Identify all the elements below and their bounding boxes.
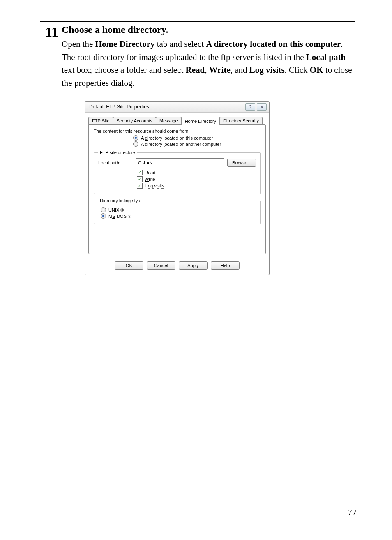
tab-message[interactable]: Message xyxy=(156,117,182,125)
close-icon[interactable]: ✕ xyxy=(257,103,267,111)
checkbox-read[interactable] xyxy=(137,170,143,175)
dialog-title: Default FTP Site Properties xyxy=(89,104,149,110)
group-ftp-site-directory-legend: FTP site directory xyxy=(98,150,137,155)
radio-another-computer-label: A directory located on another computer xyxy=(141,142,221,147)
cancel-button[interactable]: Cancel xyxy=(147,261,175,270)
radio-another-computer[interactable] xyxy=(133,141,138,147)
ok-button[interactable]: OK xyxy=(115,261,143,270)
help-button[interactable]: Help xyxy=(211,261,240,270)
page-number: 77 xyxy=(348,507,357,518)
step-number: 11 xyxy=(40,24,58,39)
tab-security-accounts[interactable]: Security Accounts xyxy=(113,117,156,125)
step-title: Choose a home directory. xyxy=(62,24,355,35)
dialog-button-row: OK Cancel Apply Help xyxy=(85,257,269,275)
radio-unix-label: UNIX ® xyxy=(108,208,124,212)
tab-home-directory[interactable]: Home Directory xyxy=(181,117,220,125)
apply-button[interactable]: Apply xyxy=(179,261,208,270)
local-path-label: Local path: xyxy=(98,160,133,165)
checkbox-read-label: Read xyxy=(145,170,155,175)
dialog-tabs: FTP Site Security Accounts Message Home … xyxy=(85,113,269,124)
tab-directory-security[interactable]: Directory Security xyxy=(219,117,263,125)
checkbox-log-visits[interactable] xyxy=(137,183,143,189)
group-directory-listing-style-legend: Directory listing style xyxy=(98,198,143,203)
radio-msdos-label: MS-DOS ® xyxy=(108,214,131,219)
step-description: Open the Home Directory tab and select A… xyxy=(62,38,355,90)
tab-ftp-site[interactable]: FTP Site xyxy=(88,117,113,125)
dialog-titlebar: Default FTP Site Properties ? ✕ xyxy=(85,102,269,113)
local-path-input[interactable] xyxy=(136,158,224,167)
checkbox-write[interactable] xyxy=(137,176,143,182)
browse-button[interactable]: Browse... xyxy=(227,159,256,167)
checkbox-write-label: Write xyxy=(145,177,155,182)
checkbox-log-visits-label: Log visits xyxy=(145,183,165,189)
properties-dialog: Default FTP Site Properties ? ✕ FTP Site… xyxy=(85,101,270,275)
radio-msdos[interactable] xyxy=(101,213,106,219)
radio-this-computer[interactable] xyxy=(133,135,138,141)
tab-panel-home-directory: The content for this resource should com… xyxy=(88,124,266,254)
help-icon[interactable]: ? xyxy=(245,103,255,111)
radio-this-computer-label: A directory located on this computer xyxy=(141,136,213,141)
radio-unix[interactable] xyxy=(101,207,106,212)
group-directory-listing-style: Directory listing style UNIX ® MS-DOS ® xyxy=(94,198,261,224)
panel-lead-text: The content for this resource should com… xyxy=(94,129,261,134)
group-ftp-site-directory: FTP site directory Local path: Browse...… xyxy=(94,150,261,194)
